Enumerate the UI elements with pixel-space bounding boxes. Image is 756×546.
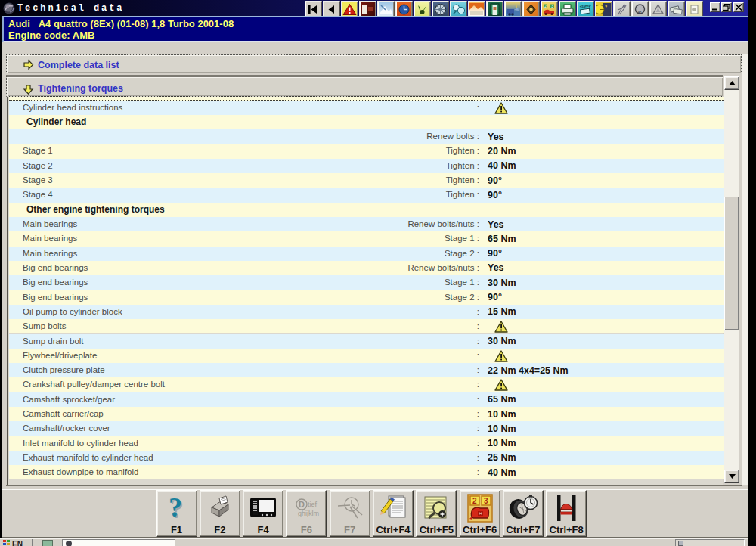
svg-text:D: D <box>299 500 305 509</box>
svg-text:ghijklm: ghijklm <box>298 510 319 517</box>
svg-text:2: 2 <box>472 497 477 505</box>
svg-text:45: 45 <box>638 11 643 14</box>
svg-text:?: ? <box>169 494 182 523</box>
svg-text:3: 3 <box>484 497 488 505</box>
svg-text:2: 2 <box>544 4 547 8</box>
svg-text:3: 3 <box>551 4 553 8</box>
svg-text:?: ? <box>605 5 607 9</box>
svg-text:tief: tief <box>308 501 318 508</box>
svg-text:stamp: stamp <box>579 3 590 8</box>
